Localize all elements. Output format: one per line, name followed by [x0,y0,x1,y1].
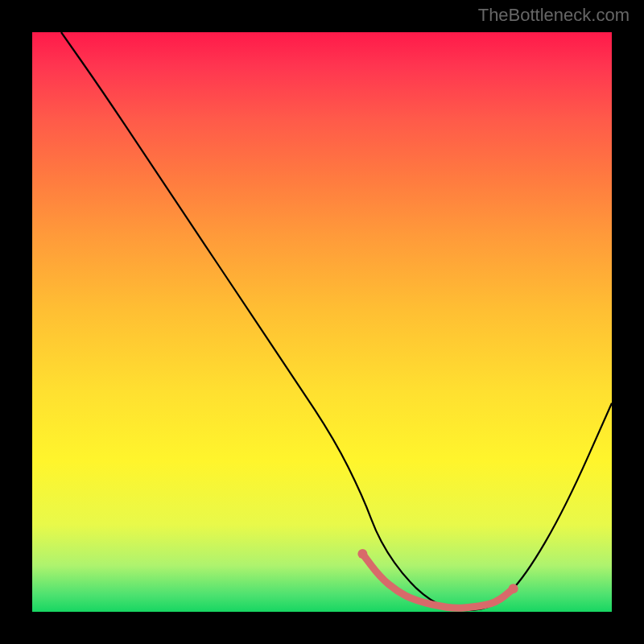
main-curve [61,32,612,610]
highlight-endpoint [357,549,367,559]
curve-svg [32,32,612,612]
highlight-endpoint [509,584,518,593]
highlight-segment [362,554,513,608]
watermark-text: TheBottleneck.com [478,5,630,26]
highlight-dots [357,549,518,593]
chart-container: TheBottleneck.com [0,0,644,644]
plot-area [32,32,612,612]
